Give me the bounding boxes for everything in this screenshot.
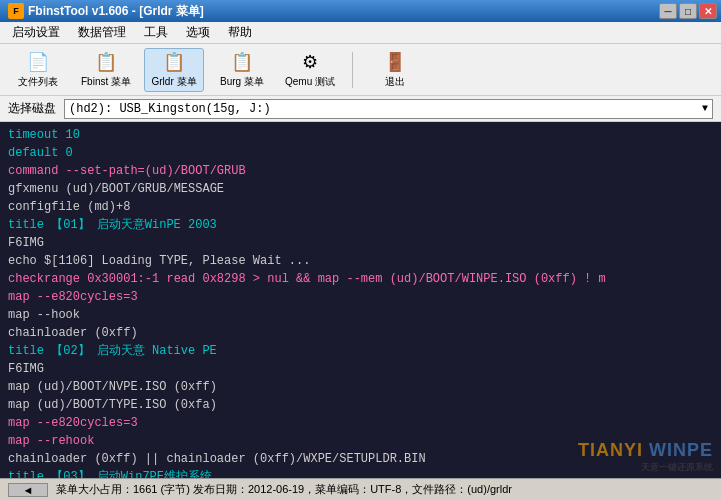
burg-menu-icon: 📋	[230, 51, 254, 73]
scroll-left-button[interactable]: ◄	[8, 483, 48, 497]
list-item: F6IMG	[8, 360, 713, 378]
close-button[interactable]: ✕	[699, 3, 717, 19]
toolbar-file-list[interactable]: 📄 文件列表	[8, 48, 68, 92]
window-title: FbinstTool v1.606 - [Grldr 菜单]	[28, 3, 204, 20]
maximize-button[interactable]: □	[679, 3, 697, 19]
chevron-down-icon: ▼	[702, 103, 708, 114]
watermark: TIANYI WINPE 天意一键还原系统	[578, 440, 713, 474]
qemu-test-label: Qemu 测试	[285, 75, 335, 89]
list-item: F6IMG	[8, 234, 713, 252]
list-item: chainloader (0xff)	[8, 324, 713, 342]
menu-startup-settings[interactable]: 启动设置	[4, 23, 68, 43]
menu-bar: 启动设置 数据管理 工具 选项 帮助	[0, 22, 721, 44]
toolbar-grldr-menu[interactable]: 📋 Grldr 菜单	[144, 48, 204, 92]
menu-options[interactable]: 选项	[178, 23, 218, 43]
list-item: map --e820cycles=3	[8, 414, 713, 432]
list-item: map (ud)/BOOT/TYPE.ISO (0xfa)	[8, 396, 713, 414]
exit-icon: 🚪	[383, 51, 407, 73]
status-bar: ◄ 菜单大小占用：1661 (字节) 发布日期：2012-06-19，菜单编码：…	[0, 478, 721, 500]
minimize-button[interactable]: ─	[659, 3, 677, 19]
toolbar-fbinst-menu[interactable]: 📋 Fbinst 菜单	[76, 48, 136, 92]
exit-label: 退出	[385, 75, 405, 89]
disk-selector-row: 选择磁盘 (hd2): USB_Kingston(15g, J:) ▼	[0, 96, 721, 122]
menu-help[interactable]: 帮助	[220, 23, 260, 43]
toolbar-exit[interactable]: 🚪 退出	[365, 48, 425, 92]
list-item: title 【01】 启动天意WinPE 2003	[8, 216, 713, 234]
qemu-test-icon: ⚙	[298, 51, 322, 73]
menu-data-management[interactable]: 数据管理	[70, 23, 134, 43]
list-item: checkrange 0x30001:-1 read 0x8298 > nul …	[8, 270, 713, 288]
list-item: map --e820cycles=3	[8, 288, 713, 306]
fbinst-menu-icon: 📋	[94, 51, 118, 73]
title-bar-left: F FbinstTool v1.606 - [Grldr 菜单]	[8, 3, 204, 20]
title-bar: F FbinstTool v1.606 - [Grldr 菜单] ─ □ ✕	[0, 0, 721, 22]
list-item: gfxmenu (ud)/BOOT/GRUB/MESSAGE	[8, 180, 713, 198]
toolbar-burg-menu[interactable]: 📋 Burg 菜单	[212, 48, 272, 92]
status-text: 菜单大小占用：1661 (字节) 发布日期：2012-06-19，菜单编码：UT…	[56, 482, 512, 497]
list-item: default 0	[8, 144, 713, 162]
list-item: title 【02】 启动天意 Native PE	[8, 342, 713, 360]
list-item: map --hook	[8, 306, 713, 324]
code-editor[interactable]: timeout 10default 0command --set-path=(u…	[0, 122, 721, 478]
list-item: timeout 10	[8, 126, 713, 144]
disk-selector-value: (hd2): USB_Kingston(15g, J:)	[69, 102, 271, 116]
fbinst-menu-label: Fbinst 菜单	[81, 75, 131, 89]
watermark-logo: TIANYI WINPE	[578, 440, 713, 461]
window-controls[interactable]: ─ □ ✕	[659, 3, 717, 19]
app-icon: F	[8, 3, 24, 19]
list-item: configfile (md)+8	[8, 198, 713, 216]
list-item: echo $[1106] Loading TYPE, Please Wait .…	[8, 252, 713, 270]
disk-selector-label: 选择磁盘	[8, 100, 56, 117]
file-list-icon: 📄	[26, 51, 50, 73]
file-list-label: 文件列表	[18, 75, 58, 89]
toolbar-qemu-test[interactable]: ⚙ Qemu 测试	[280, 48, 340, 92]
content-area: timeout 10default 0command --set-path=(u…	[0, 122, 721, 478]
grldr-menu-label: Grldr 菜单	[152, 75, 197, 89]
menu-tools[interactable]: 工具	[136, 23, 176, 43]
toolbar-separator	[352, 52, 353, 88]
list-item: command --set-path=(ud)/BOOT/GRUB	[8, 162, 713, 180]
watermark-sub: 天意一键还原系统	[641, 461, 713, 474]
disk-selector-dropdown[interactable]: (hd2): USB_Kingston(15g, J:) ▼	[64, 99, 713, 119]
grldr-menu-icon: 📋	[162, 51, 186, 73]
list-item: map (ud)/BOOT/NVPE.ISO (0xff)	[8, 378, 713, 396]
toolbar: 📄 文件列表 📋 Fbinst 菜单 📋 Grldr 菜单 📋 Burg 菜单 …	[0, 44, 721, 96]
burg-menu-label: Burg 菜单	[220, 75, 264, 89]
